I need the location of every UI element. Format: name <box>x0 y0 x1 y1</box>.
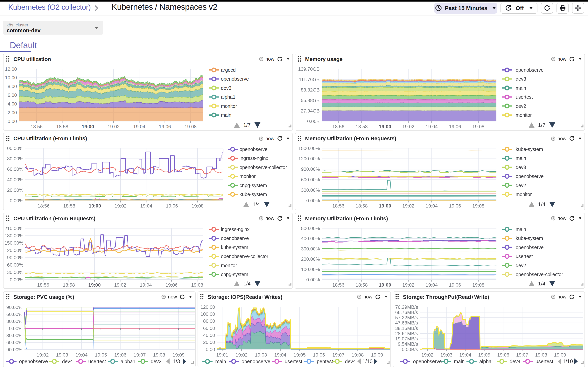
svg-text:18:56: 18:56 <box>30 124 43 129</box>
svg-text:usertest: usertest <box>535 358 553 364</box>
svg-text:kube-system: kube-system <box>516 235 543 241</box>
svg-text:dev4: dev4 <box>62 358 73 364</box>
svg-text:19:00: 19:00 <box>379 124 391 129</box>
svg-text:-60.00%: -60.00% <box>5 340 23 345</box>
svg-text:19:02: 19:02 <box>402 124 414 129</box>
svg-text:60.00%: 60.00% <box>7 166 23 172</box>
svg-text:19:00: 19:00 <box>379 203 391 209</box>
svg-text:dev2: dev2 <box>151 358 161 364</box>
svg-text:0.00%: 0.00% <box>306 198 320 203</box>
svg-text:60.00: 60.00 <box>203 325 215 331</box>
svg-text:19:09: 19:09 <box>554 352 566 357</box>
svg-text:usertest: usertest <box>516 253 533 259</box>
svg-text:alpha1: alpha1 <box>121 358 135 364</box>
svg-text:19:06: 19:06 <box>114 352 126 357</box>
svg-text:19:08: 19:08 <box>535 352 547 357</box>
svg-text:monitor: monitor <box>516 192 532 197</box>
svg-text:openobserve: openobserve <box>239 147 267 152</box>
svg-text:150.00%: 150.00% <box>4 240 23 245</box>
svg-text:100.00: 100.00 <box>200 311 215 316</box>
svg-text:0.00%: 0.00% <box>9 326 23 331</box>
svg-text:19:09: 19:09 <box>172 352 185 357</box>
svg-text:main: main <box>516 226 526 232</box>
svg-text:18:58: 18:58 <box>63 203 75 209</box>
svg-text:18:58: 18:58 <box>356 124 368 129</box>
svg-text:-90.00%: -90.00% <box>5 347 23 352</box>
svg-text:500.00%: 500.00% <box>301 226 320 231</box>
svg-text:2.00: 2.00 <box>8 110 17 115</box>
svg-text:19:06: 19:06 <box>449 203 461 209</box>
svg-text:19:04: 19:04 <box>140 203 152 209</box>
svg-text:cnpg-system: cnpg-system <box>221 271 248 277</box>
svg-text:19:04: 19:04 <box>133 124 145 129</box>
svg-text:57.22MB/s: 57.22MB/s <box>395 315 418 320</box>
svg-text:10.00: 10.00 <box>5 75 17 80</box>
svg-text:19:02: 19:02 <box>402 282 414 287</box>
svg-text:main: main <box>221 112 231 118</box>
svg-text:monitor: monitor <box>221 263 237 268</box>
svg-text:19:06: 19:06 <box>313 352 325 357</box>
svg-text:200.00%: 200.00% <box>301 256 320 262</box>
svg-text:8.00: 8.00 <box>8 83 17 89</box>
svg-text:1/10: 1/10 <box>362 358 373 364</box>
svg-text:openobserve-collector: openobserve-collector <box>221 253 268 259</box>
svg-text:80.00%: 80.00% <box>7 156 23 161</box>
svg-text:1200.00%: 1200.00% <box>298 156 320 161</box>
svg-text:300.00%: 300.00% <box>301 187 320 193</box>
svg-text:1/4: 1/4 <box>253 202 260 207</box>
svg-text:55.88GB: 55.88GB <box>301 98 320 103</box>
svg-text:19:02: 19:02 <box>107 124 120 129</box>
svg-text:kube-system: kube-system <box>221 244 248 250</box>
svg-text:0.00B: 0.00B <box>307 119 320 124</box>
svg-text:dev3: dev3 <box>221 85 231 91</box>
svg-text:19:07: 19:07 <box>516 352 528 357</box>
svg-text:ingress-nginx: ingress-nginx <box>239 156 268 161</box>
svg-text:ingress-nginx: ingress-nginx <box>221 226 250 232</box>
svg-text:openobserve: openobserve <box>516 244 543 250</box>
svg-text:19:08: 19:08 <box>351 352 364 357</box>
svg-text:40.00%: 40.00% <box>7 177 23 182</box>
svg-text:openobserve-collector: openobserve-collector <box>239 165 287 170</box>
svg-text:19:09: 19:09 <box>371 352 383 357</box>
svg-text:19:08: 19:08 <box>472 203 484 209</box>
svg-text:19:06: 19:06 <box>159 124 171 129</box>
svg-text:18:56: 18:56 <box>332 203 344 209</box>
svg-text:1/7: 1/7 <box>243 122 251 128</box>
svg-text:66.76MB/s: 66.76MB/s <box>395 310 418 315</box>
svg-text:210.00%: 210.00% <box>4 226 23 231</box>
svg-text:alpha1: alpha1 <box>221 94 235 100</box>
svg-text:usertest: usertest <box>285 358 302 364</box>
svg-text:20.00%: 20.00% <box>7 187 23 193</box>
svg-text:19:08: 19:08 <box>153 352 165 357</box>
svg-text:openobserve: openobserve <box>221 235 249 241</box>
svg-text:openobserve: openobserve <box>516 174 543 179</box>
svg-text:dev4: dev4 <box>345 358 356 364</box>
svg-text:18:56: 18:56 <box>332 282 344 287</box>
svg-text:19:06: 19:06 <box>166 203 178 209</box>
svg-text:18:58: 18:58 <box>56 124 68 129</box>
svg-text:0.00: 0.00 <box>206 347 215 352</box>
svg-text:28.61MB/s: 28.61MB/s <box>395 331 418 336</box>
svg-text:19:02: 19:02 <box>37 352 49 357</box>
svg-text:dev2: dev2 <box>516 263 526 268</box>
svg-text:19:07: 19:07 <box>134 352 146 357</box>
svg-text:1500.00%: 1500.00% <box>298 146 320 151</box>
svg-text:1/7: 1/7 <box>538 122 545 128</box>
svg-text:19:07: 19:07 <box>332 352 344 357</box>
svg-text:120.00%: 120.00% <box>4 248 23 253</box>
svg-text:19:04: 19:04 <box>459 352 471 357</box>
svg-text:9.54MB/s: 9.54MB/s <box>398 341 418 346</box>
svg-text:monitor: monitor <box>239 174 256 179</box>
svg-text:openobserve: openobserve <box>241 358 270 364</box>
svg-text:19:02: 19:02 <box>402 203 414 209</box>
svg-text:18:56: 18:56 <box>38 203 50 209</box>
svg-text:19:06: 19:06 <box>449 124 461 129</box>
svg-text:19:08: 19:08 <box>472 282 484 287</box>
svg-text:19:00: 19:00 <box>89 203 101 209</box>
svg-text:argocd: argocd <box>221 67 236 73</box>
svg-text:19:06: 19:06 <box>165 282 178 287</box>
svg-text:90.00%: 90.00% <box>7 255 23 260</box>
svg-text:openobserve-collector: openobserve-collector <box>516 271 563 277</box>
svg-text:usertest: usertest <box>516 94 533 100</box>
svg-text:38.15MB/s: 38.15MB/s <box>395 325 418 331</box>
